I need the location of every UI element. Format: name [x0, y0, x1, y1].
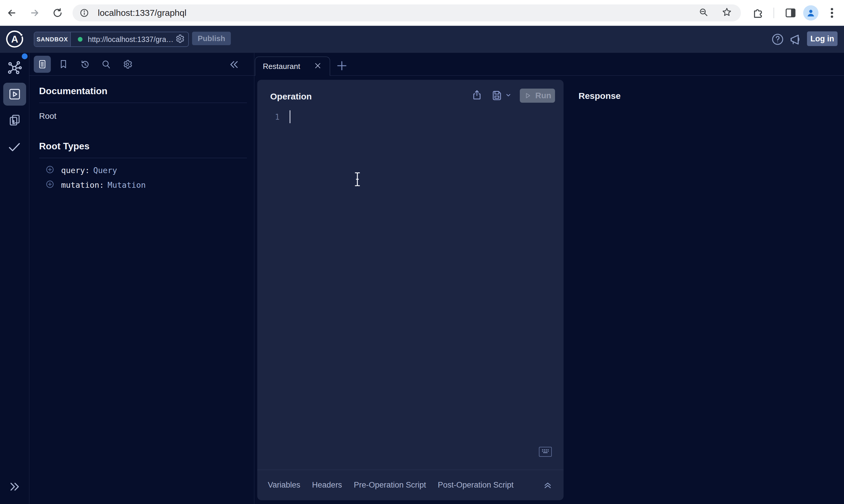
- operation-panel: Operation Run 1: [257, 80, 564, 500]
- kebab-menu-icon[interactable]: [829, 6, 835, 19]
- double-chevron-up-icon[interactable]: [542, 479, 553, 491]
- svg-text:A: A: [11, 34, 18, 44]
- documentation-panel: Documentation Root Root Types query:Quer…: [29, 53, 254, 504]
- operation-bottom-bar: Variables Headers Pre-Operation Script P…: [257, 470, 564, 500]
- operation-actions: Run: [471, 89, 555, 103]
- headers-tab[interactable]: Headers: [312, 481, 342, 490]
- sandbox-badge: SANDBOX: [34, 32, 71, 46]
- history-clock-icon[interactable]: [80, 59, 90, 71]
- run-label: Run: [535, 91, 551, 100]
- nav-item-explorer[interactable]: [3, 83, 26, 106]
- extensions-puzzle-icon[interactable]: [752, 7, 764, 19]
- reload-icon[interactable]: [52, 7, 63, 18]
- back-arrow-icon[interactable]: [6, 7, 17, 18]
- schema-notification-dot: [22, 53, 28, 59]
- profile-avatar[interactable]: [803, 5, 819, 20]
- response-title: Response: [579, 91, 621, 101]
- toolbar-divider: [774, 7, 774, 18]
- checks-checkmark-icon[interactable]: [7, 140, 22, 156]
- tab-row-border: [254, 75, 844, 76]
- type-field-label: query:: [61, 166, 90, 175]
- help-icon[interactable]: [771, 33, 785, 47]
- forward-arrow-icon[interactable]: [29, 7, 40, 18]
- main-area: Documentation Root Root Types query:Quer…: [0, 53, 844, 504]
- documentation-doc-icon: [37, 59, 47, 69]
- divider: [39, 103, 247, 103]
- app-window: localhost:1337/graphql A: [0, 0, 844, 504]
- divider: [39, 158, 247, 158]
- changelog-diff-icon[interactable]: [7, 113, 22, 128]
- run-button[interactable]: Run: [520, 89, 555, 103]
- type-field-label: mutation:: [61, 180, 104, 190]
- explorer-settings-gear-icon[interactable]: [122, 59, 133, 71]
- browser-toolbar: localhost:1337/graphql: [0, 0, 844, 26]
- add-field-plus-icon[interactable]: [45, 180, 55, 190]
- close-icon[interactable]: [313, 61, 322, 71]
- collapse-double-chevron-icon[interactable]: [228, 59, 240, 72]
- doc-panel-header: [29, 53, 254, 76]
- endpoint-url-input[interactable]: http://localhost:1337/gra…: [88, 35, 174, 44]
- zoom-indicator-icon[interactable]: [699, 7, 709, 18]
- doc-root-item[interactable]: Root: [39, 111, 56, 121]
- search-magnifier-icon[interactable]: [101, 59, 111, 71]
- connection-settings-gear-icon[interactable]: [175, 34, 185, 45]
- announcements-megaphone-icon[interactable]: [789, 33, 803, 48]
- root-type-mutation-row[interactable]: mutation:Mutation: [45, 179, 146, 191]
- schema-graph-icon[interactable]: [7, 60, 23, 77]
- tab-restaurant[interactable]: Restaurant: [255, 57, 330, 76]
- address-bar[interactable]: localhost:1337/graphql: [72, 4, 741, 21]
- root-types-title: Root Types: [39, 141, 90, 152]
- run-play-icon: [523, 92, 532, 100]
- apollo-logo-icon[interactable]: A: [5, 30, 24, 49]
- save-floppy-icon[interactable]: [491, 89, 503, 102]
- url-text[interactable]: localhost:1337/graphql: [98, 8, 699, 18]
- post-operation-script-tab[interactable]: Post-Operation Script: [438, 481, 514, 490]
- new-tab-plus-icon[interactable]: [335, 59, 349, 74]
- left-nav-strip: [0, 53, 29, 504]
- side-panel-icon[interactable]: [785, 7, 796, 19]
- type-name-link[interactable]: Mutation: [107, 180, 146, 190]
- doc-section-title: Documentation: [39, 86, 107, 96]
- login-button[interactable]: Log in: [807, 31, 838, 46]
- keyboard-shortcuts-icon[interactable]: [539, 447, 552, 457]
- root-type-query-row[interactable]: query:Query: [45, 164, 117, 176]
- bookmarks-icon[interactable]: [58, 59, 69, 71]
- type-name-link[interactable]: Query: [93, 166, 117, 175]
- editor-line-number: 1: [271, 113, 279, 122]
- operation-title: Operation: [270, 92, 312, 102]
- mouse-ibeam-cursor: [352, 172, 362, 188]
- tab-label: Restaurant: [263, 62, 313, 71]
- connection-status-dot: [78, 37, 83, 42]
- add-field-plus-icon[interactable]: [45, 165, 55, 176]
- variables-tab[interactable]: Variables: [268, 481, 300, 490]
- operation-editor[interactable]: [284, 109, 558, 438]
- expand-double-chevron-icon[interactable]: [7, 480, 21, 494]
- pre-operation-script-tab[interactable]: Pre-Operation Script: [354, 481, 426, 490]
- publish-button[interactable]: Publish: [192, 32, 231, 45]
- apollo-header: A SANDBOX http://localhost:1337/gra… Pub…: [0, 26, 844, 53]
- site-info-icon[interactable]: [80, 8, 89, 18]
- explorer-play-icon: [8, 87, 21, 101]
- documentation-tab-button[interactable]: [34, 56, 51, 73]
- endpoint-box: SANDBOX http://localhost:1337/gra…: [34, 32, 189, 47]
- chevron-down-icon[interactable]: [504, 91, 512, 100]
- bookmark-star-icon[interactable]: [722, 7, 732, 19]
- share-export-icon[interactable]: [471, 89, 483, 102]
